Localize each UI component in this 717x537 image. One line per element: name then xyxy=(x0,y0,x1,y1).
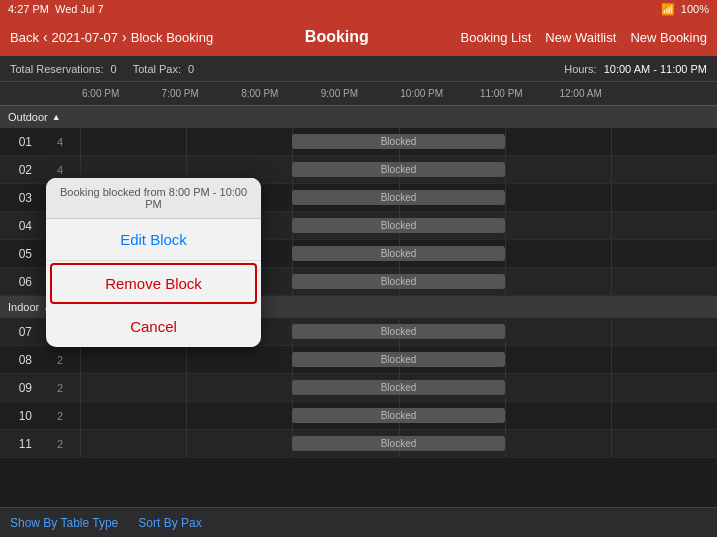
cancel-button[interactable]: Cancel xyxy=(46,306,261,347)
context-menu: Booking blocked from 8:00 PM - 10:00 PM … xyxy=(46,178,261,347)
popup-overlay: Booking blocked from 8:00 PM - 10:00 PM … xyxy=(0,0,717,537)
edit-block-button[interactable]: Edit Block xyxy=(46,219,261,261)
remove-block-button[interactable]: Remove Block xyxy=(50,263,257,304)
popup-header: Booking blocked from 8:00 PM - 10:00 PM xyxy=(46,178,261,219)
